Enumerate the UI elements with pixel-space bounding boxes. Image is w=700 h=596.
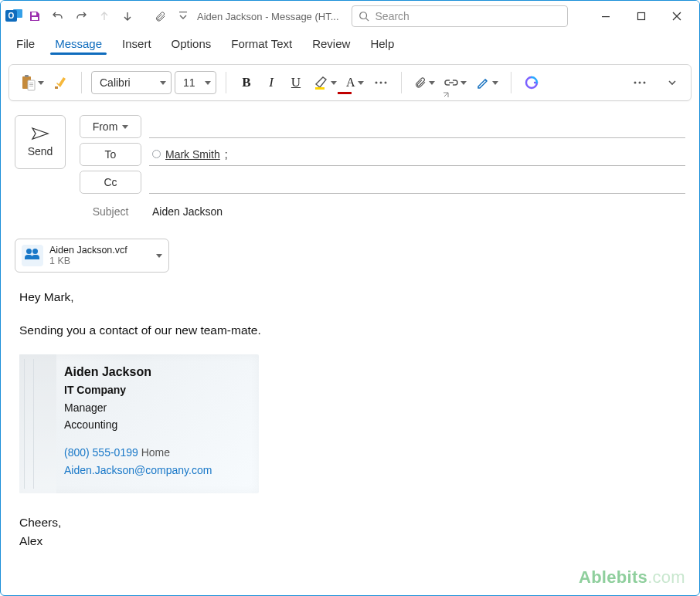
watermark-brand: Ablebits <box>579 567 647 587</box>
window-controls <box>588 2 695 30</box>
svg-rect-5 <box>25 75 29 77</box>
search-placeholder: Search <box>375 10 409 22</box>
svg-rect-2 <box>602 16 610 17</box>
font-size-value: 11 <box>183 76 195 89</box>
to-button[interactable]: To <box>80 143 141 166</box>
subject-field[interactable]: Aiden Jackson <box>149 200 685 223</box>
from-label: From <box>93 120 118 133</box>
svg-point-1 <box>359 12 366 19</box>
body-closing2: Alex <box>19 532 681 551</box>
title-bar: O Aiden Jackson - Message (HT... Search <box>1 1 699 32</box>
menu-file[interactable]: File <box>15 32 36 58</box>
font-size-select[interactable]: 11 <box>175 71 216 94</box>
maximize-button[interactable] <box>624 2 659 30</box>
font-color-button[interactable]: A <box>343 70 367 95</box>
compose-pane: Send From To Mark Smith; <box>1 101 699 559</box>
body-closing1: Cheers, <box>19 513 681 533</box>
svg-rect-11 <box>315 87 325 90</box>
from-button[interactable]: From <box>80 115 141 138</box>
svg-point-13 <box>379 82 382 84</box>
cc-button[interactable]: Cc <box>80 171 141 194</box>
subject-label: Subject <box>80 205 141 218</box>
send-button[interactable]: Send <box>15 115 66 169</box>
loop-components-button[interactable] <box>521 70 542 95</box>
undo-button[interactable] <box>47 5 69 27</box>
ribbon-toolbar: Calibri 11 B I U A <box>8 64 692 101</box>
to-recipient[interactable]: Mark Smith <box>165 148 220 161</box>
outlook-logo-icon: O <box>5 8 22 25</box>
svg-rect-7 <box>29 83 33 83</box>
bold-button[interactable]: B <box>236 70 257 95</box>
ribbon-overflow-button[interactable] <box>629 70 651 95</box>
card-phone-label: Home <box>141 446 170 459</box>
subject-value: Aiden Jackson <box>152 205 223 218</box>
send-icon <box>31 127 49 141</box>
card-company: IT Company <box>64 384 126 396</box>
highlight-button[interactable] <box>310 70 340 95</box>
attachment-name: Aiden Jackson.vcf <box>49 245 127 256</box>
attachment-size: 1 KB <box>49 256 127 266</box>
font-group-more-button[interactable] <box>370 70 392 95</box>
svg-rect-8 <box>29 84 33 85</box>
attachment-menu-button[interactable] <box>156 254 162 258</box>
card-dept: Accounting <box>64 418 117 431</box>
cc-field[interactable] <box>149 171 685 194</box>
paste-button[interactable] <box>17 70 47 95</box>
svg-rect-9 <box>29 86 33 86</box>
menu-options[interactable]: Options <box>170 32 213 58</box>
signature-button[interactable] <box>473 70 501 95</box>
font-name-value: Calibri <box>100 76 131 89</box>
card-graphic <box>19 354 56 493</box>
svg-rect-3 <box>638 13 645 20</box>
business-card[interactable]: Aiden Jackson IT Company Manager Account… <box>19 354 259 493</box>
attach-menu-button[interactable] <box>411 70 438 95</box>
dialog-launcher-icon[interactable] <box>442 91 450 99</box>
watermark-suffix: .com <box>647 567 685 587</box>
redo-button[interactable] <box>70 5 92 27</box>
menu-format-text[interactable]: Format Text <box>229 32 294 58</box>
card-phone[interactable]: (800) 555-0199 <box>64 446 138 459</box>
card-role: Manager <box>64 401 107 414</box>
menu-bar: File Message Insert Options Format Text … <box>1 32 699 58</box>
from-field[interactable] <box>149 115 685 138</box>
window-title: Aiden Jackson - Message (HT... <box>197 11 339 22</box>
body-line1: Sending you a contact of our new team-ma… <box>19 321 681 340</box>
search-input[interactable]: Search <box>352 5 568 27</box>
search-icon <box>358 11 369 22</box>
contact-card-icon <box>22 245 43 266</box>
svg-rect-10 <box>55 86 58 89</box>
svg-point-15 <box>634 82 637 84</box>
cc-label: Cc <box>104 176 117 188</box>
close-button[interactable] <box>659 2 695 30</box>
ribbon-collapse-button[interactable] <box>661 70 683 95</box>
card-name: Aiden Jackson <box>64 365 151 378</box>
italic-button[interactable]: I <box>260 70 282 95</box>
attachment-chip[interactable]: Aiden Jackson.vcf 1 KB <box>15 239 169 273</box>
presence-unknown-icon <box>152 150 161 158</box>
save-button[interactable] <box>24 5 46 27</box>
menu-review[interactable]: Review <box>311 32 352 58</box>
underline-button[interactable]: U <box>285 70 307 95</box>
minimize-button[interactable] <box>588 2 624 30</box>
font-name-select[interactable]: Calibri <box>91 71 172 94</box>
to-field[interactable]: Mark Smith; <box>149 143 685 166</box>
send-label: Send <box>28 145 53 157</box>
body-greeting: Hey Mark, <box>19 288 681 307</box>
message-body[interactable]: Hey Mark, Sending you a contact of our n… <box>15 273 685 559</box>
prev-item-button <box>93 5 115 27</box>
attach-file-button[interactable] <box>149 5 171 27</box>
svg-point-12 <box>375 82 377 84</box>
menu-insert[interactable]: Insert <box>121 32 153 58</box>
card-email[interactable]: Aiden.Jackson@company.com <box>64 464 212 476</box>
watermark: Ablebits.com <box>579 567 685 588</box>
qat-customize-button[interactable] <box>172 5 194 27</box>
format-painter-button[interactable] <box>50 70 72 95</box>
next-item-button[interactable] <box>117 5 138 27</box>
chevron-down-icon <box>122 125 128 129</box>
menu-help[interactable]: Help <box>369 32 396 58</box>
svg-point-17 <box>644 82 646 84</box>
menu-message[interactable]: Message <box>53 32 104 58</box>
svg-rect-6 <box>28 80 35 90</box>
to-label: To <box>105 148 117 161</box>
svg-point-14 <box>384 82 386 84</box>
